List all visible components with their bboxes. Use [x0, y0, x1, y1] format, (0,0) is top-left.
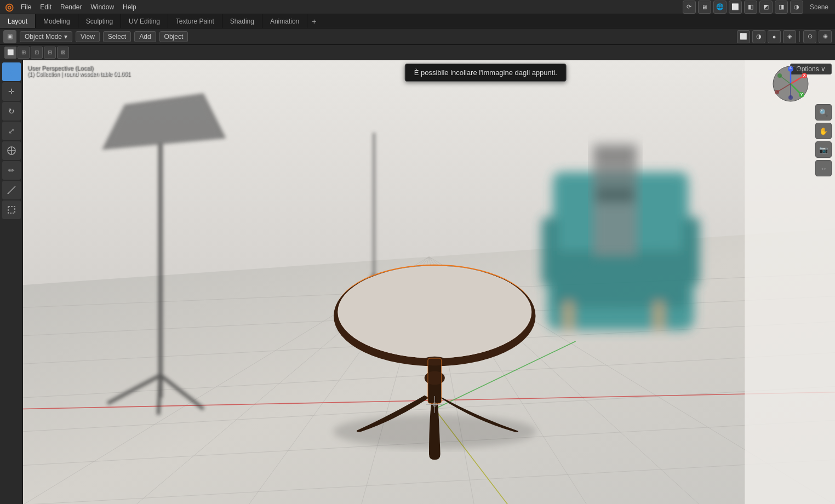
tab-sculpting[interactable]: Sculpting	[78, 14, 121, 28]
viewport-shading-4[interactable]: ◈	[783, 30, 796, 43]
viewport-shading-3[interactable]: ●	[768, 30, 781, 43]
tool-rotate[interactable]: ↻	[2, 102, 21, 121]
tool-annotate[interactable]: ✏	[2, 161, 21, 180]
zoom-in-button[interactable]: 🔍	[815, 104, 832, 121]
viewport-info: User Perspective (Local) (1) Collection …	[27, 65, 130, 77]
viewport-collection-label: (1) Collection | round wooden table 01.0…	[27, 71, 130, 77]
tool-move[interactable]: ✛	[2, 82, 21, 101]
pan-button[interactable]: ✋	[815, 123, 832, 139]
svg-rect-43	[655, 302, 663, 330]
mode-dropdown-arrow: ▾	[64, 33, 67, 41]
tab-layout[interactable]: Layout	[0, 14, 36, 28]
snap-btn-2[interactable]: ⊞	[18, 47, 30, 59]
scene-label: Scene	[805, 3, 833, 11]
camera-button[interactable]: 📷	[815, 141, 832, 158]
tab-animation[interactable]: Animation	[262, 14, 307, 28]
viewport-controls-right: 🔍 ✋ 📷 ↔	[815, 104, 832, 176]
viewport-scene	[23, 60, 835, 504]
snap-btn-4[interactable]: ⊟	[44, 47, 56, 59]
gizmo-icon[interactable]: ⊕	[819, 30, 832, 43]
add-menu[interactable]: Add	[134, 31, 156, 42]
object-mode-dropdown[interactable]: Object Mode ▾	[20, 31, 72, 42]
viewport-shading-1[interactable]: ⬜	[737, 30, 750, 43]
tab-modeling[interactable]: Modeling	[36, 14, 78, 28]
left-toolbar: ✛ ↻ ⤢ ✏	[0, 60, 23, 504]
select-menu[interactable]: Select	[103, 31, 131, 42]
mode-label: Object Mode	[25, 33, 62, 41]
menu-file[interactable]: File	[16, 2, 36, 12]
topbar-icon-7[interactable]: ◑	[790, 1, 803, 14]
svg-rect-39	[553, 251, 688, 307]
svg-text:Y: Y	[800, 93, 803, 96]
svg-rect-27	[158, 116, 163, 398]
svg-point-74	[775, 90, 779, 94]
object-menu[interactable]: Object	[159, 31, 188, 42]
menu-window[interactable]: Window	[86, 2, 118, 12]
svg-line-30	[158, 375, 161, 415]
tool-scale[interactable]: ⤢	[2, 122, 21, 140]
topbar-icon-5[interactable]: ◩	[759, 1, 773, 14]
view-menu[interactable]: View	[76, 31, 100, 42]
svg-point-58	[425, 371, 445, 385]
topbar-icon-3[interactable]: ⬜	[729, 1, 742, 14]
snap-btn-3[interactable]: ⊡	[31, 47, 43, 59]
menu-help[interactable]: Help	[118, 2, 141, 12]
svg-rect-46	[596, 167, 635, 184]
notification-popup: È possibile incollare l'immagine dagli a…	[405, 64, 567, 82]
sync-icon[interactable]: ⟳	[683, 1, 696, 14]
viewport[interactable]: User Perspective (Local) (1) Collection …	[23, 60, 835, 504]
tool-transform[interactable]	[2, 141, 21, 160]
svg-point-76	[777, 73, 782, 78]
svg-rect-6	[8, 207, 15, 213]
menu-edit[interactable]: Edit	[36, 2, 56, 12]
topbar-icon-4[interactable]: ◧	[744, 1, 757, 14]
topbar-icon-2[interactable]: 🌐	[713, 1, 727, 14]
svg-rect-41	[683, 217, 700, 285]
topbar-icon-6[interactable]: ◨	[775, 1, 788, 14]
snap-btn-5[interactable]: ⊠	[57, 47, 69, 59]
tab-texture-paint[interactable]: Texture Paint	[168, 14, 222, 28]
top-menu-bar: ◎ File Edit Render Window Help ⟳ 🖥 🌐 ⬜ ◧…	[0, 0, 835, 14]
svg-rect-42	[564, 302, 573, 330]
svg-point-55	[339, 267, 530, 357]
snap-toolbar: ⬜ ⊞ ⊡ ⊟ ⊠	[0, 45, 835, 60]
tool-cursor[interactable]	[2, 62, 21, 81]
svg-text:X: X	[803, 73, 806, 77]
header-toolbar: ▣ Object Mode ▾ View Select Add Object ⬜…	[0, 28, 835, 45]
snap-btn-1[interactable]: ⬜	[4, 47, 16, 59]
separator-1	[799, 31, 800, 42]
svg-point-57	[422, 357, 447, 365]
svg-line-5	[8, 193, 9, 194]
add-workspace-button[interactable]: +	[307, 16, 321, 27]
tool-box-select[interactable]	[2, 201, 21, 219]
viewport-gizmo[interactable]: Z X Y	[771, 65, 810, 103]
svg-marker-0	[8, 67, 14, 76]
svg-rect-47	[596, 186, 635, 203]
main-area: ✛ ↻ ⤢ ✏	[0, 60, 835, 504]
svg-text:Z: Z	[790, 65, 792, 69]
menu-render[interactable]: Render	[56, 2, 86, 12]
viewport-display-icon[interactable]: ▣	[3, 30, 16, 43]
svg-line-4	[8, 186, 15, 194]
orbit-button[interactable]: ↔	[815, 160, 832, 176]
viewport-shading-2[interactable]: ◑	[752, 30, 765, 43]
workspace-tabs: Layout Modeling Sculpting UV Editing Tex…	[0, 14, 835, 28]
app-logo: ◎	[2, 0, 16, 14]
tab-uv-editing[interactable]: UV Editing	[121, 14, 168, 28]
overlay-icon[interactable]: ⊙	[803, 30, 816, 43]
svg-rect-40	[542, 217, 559, 285]
svg-rect-45	[596, 147, 635, 164]
notification-message: È possibile incollare l'immagine dagli a…	[414, 68, 557, 77]
svg-point-78	[788, 95, 793, 100]
topbar-icon-1[interactable]: 🖥	[698, 1, 711, 14]
svg-rect-33	[373, 133, 375, 290]
viewport-perspective-label: User Perspective (Local)	[27, 65, 130, 71]
tool-measure[interactable]	[2, 181, 21, 199]
tab-shading[interactable]: Shading	[222, 14, 262, 28]
